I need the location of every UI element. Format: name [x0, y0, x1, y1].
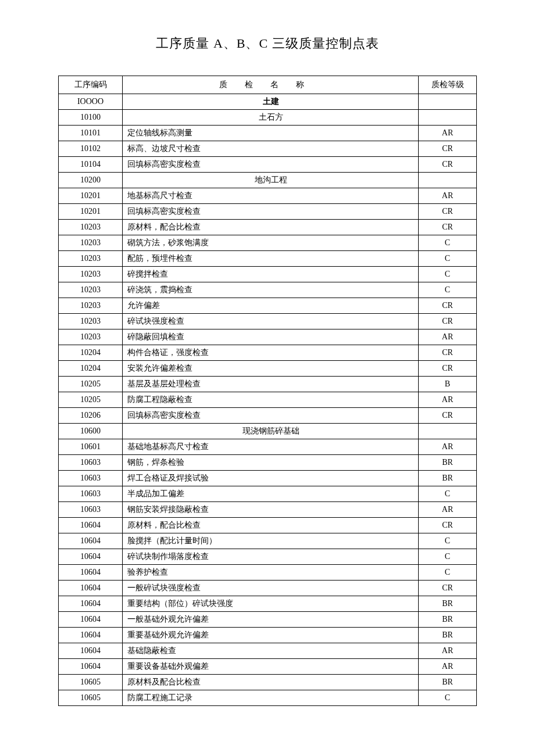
cell-grade: CR: [419, 581, 477, 596]
cell-name: 回填标高密实度检查: [123, 204, 419, 220]
cell-grade: AR: [419, 643, 477, 659]
table-row: 10604重要设备基础外观偏差AR: [59, 659, 477, 675]
cell-name: 定位轴线标高测量: [123, 126, 419, 141]
cell-code: 10100: [59, 110, 123, 126]
cell-code: 10603: [59, 455, 123, 471]
cell-grade: C: [419, 533, 477, 549]
cell-code: 10201: [59, 204, 123, 220]
cell-name: 原材料，配合比检查: [123, 220, 419, 235]
cell-grade: [419, 424, 477, 439]
cell-name: 原材料及配合比检查: [123, 675, 419, 690]
cell-grade: AR: [419, 188, 477, 204]
cell-grade: CR: [419, 345, 477, 361]
cell-code: 10205: [59, 392, 123, 408]
cell-name: 脸搅拌（配比计量时间）: [123, 533, 419, 549]
table-row: 10203碎隐蔽回填检查AR: [59, 329, 477, 345]
cell-code: 10601: [59, 439, 123, 455]
table-row: 10204安装允许偏差检查CR: [59, 361, 477, 377]
cell-name: 钢筋，焊条检验: [123, 455, 419, 471]
table-row: 10205防腐工程隐蔽检查AR: [59, 392, 477, 408]
table-row: 10104回填标高密实度检查CR: [59, 157, 477, 173]
cell-code: 10604: [59, 596, 123, 612]
cell-grade: CR: [419, 204, 477, 220]
cell-name: 基础隐蔽检查: [123, 643, 419, 659]
cell-name: 重要设备基础外观偏差: [123, 659, 419, 675]
cell-code: 10603: [59, 502, 123, 518]
cell-code: 10604: [59, 643, 123, 659]
cell-name: 配筋，预埋件检查: [123, 251, 419, 267]
header-grade: 质检等级: [419, 76, 477, 94]
cell-code: 10201: [59, 188, 123, 204]
quality-control-table: 工序编码 质检名称 质检等级 IOOOO土建10100土石方10101定位轴线标…: [58, 76, 477, 706]
cell-code: 10203: [59, 220, 123, 235]
cell-name: 土石方: [123, 110, 419, 126]
cell-grade: BR: [419, 596, 477, 612]
cell-code: IOOOO: [59, 94, 123, 110]
cell-grade: CR: [419, 314, 477, 329]
table-row: 10604原材料，配合比检查CR: [59, 518, 477, 533]
cell-code: 10203: [59, 314, 123, 329]
cell-grade: C: [419, 486, 477, 502]
cell-name: 基层及基层处理检查: [123, 377, 419, 392]
cell-name: 原材料，配合比检查: [123, 518, 419, 533]
cell-name: 一般碎试块强度检查: [123, 581, 419, 596]
table-row: IOOOO土建: [59, 94, 477, 110]
table-row: 10604重要结构（部位）碎试块强度BR: [59, 596, 477, 612]
table-row: 10604基础隐蔽检查AR: [59, 643, 477, 659]
cell-name: 钢筋安装焊接隐蔽检查: [123, 502, 419, 518]
cell-name: 碎搅拌检查: [123, 267, 419, 282]
cell-code: 10600: [59, 424, 123, 439]
table-row: 10603半成品加工偏差C: [59, 486, 477, 502]
table-row: 10203砌筑方法，砂浆饱满度C: [59, 235, 477, 251]
cell-grade: AR: [419, 502, 477, 518]
cell-grade: BR: [419, 455, 477, 471]
cell-grade: C: [419, 690, 477, 706]
cell-grade: C: [419, 549, 477, 565]
table-row: 10605原材料及配合比检查BR: [59, 675, 477, 690]
cell-code: 10203: [59, 235, 123, 251]
table-row: 10604碎试块制作塌落度检查C: [59, 549, 477, 565]
cell-grade: C: [419, 282, 477, 298]
table-row: 10203允许偏差CR: [59, 298, 477, 314]
cell-name: 地基标高尺寸检查: [123, 188, 419, 204]
cell-code: 10102: [59, 141, 123, 157]
cell-grade: CR: [419, 157, 477, 173]
cell-code: 10203: [59, 298, 123, 314]
table-row: 10102标高、边坡尺寸检查CR: [59, 141, 477, 157]
cell-grade: BR: [419, 612, 477, 628]
cell-code: 10205: [59, 377, 123, 392]
cell-grade: BR: [419, 675, 477, 690]
table-header-row: 工序编码 质检名称 质检等级: [59, 76, 477, 94]
cell-grade: CR: [419, 408, 477, 424]
cell-grade: C: [419, 267, 477, 282]
table-row: 10200地沟工程: [59, 173, 477, 188]
cell-name: 安装允许偏差检查: [123, 361, 419, 377]
cell-code: 10604: [59, 612, 123, 628]
table-row: 10201回填标高密实度检查CR: [59, 204, 477, 220]
table-row: 10206回填标高密实度检查CR: [59, 408, 477, 424]
table-row: 10600现浇钢筋碎基础: [59, 424, 477, 439]
cell-code: 10206: [59, 408, 123, 424]
cell-name: 重要基础外观允许偏差: [123, 628, 419, 643]
cell-name: 地沟工程: [123, 173, 419, 188]
table-row: 10603钢筋安装焊接隐蔽检查AR: [59, 502, 477, 518]
cell-grade: CR: [419, 298, 477, 314]
cell-code: 10604: [59, 659, 123, 675]
cell-grade: AR: [419, 439, 477, 455]
cell-code: 10203: [59, 251, 123, 267]
cell-grade: B: [419, 377, 477, 392]
table-row: 10203碎浇筑，震捣检查C: [59, 282, 477, 298]
table-row: 10203碎试块强度检查CR: [59, 314, 477, 329]
cell-name: 一般基础外观允许偏差: [123, 612, 419, 628]
cell-name: 允许偏差: [123, 298, 419, 314]
cell-code: 10604: [59, 518, 123, 533]
table-row: 10604脸搅拌（配比计量时间）C: [59, 533, 477, 549]
cell-code: 10604: [59, 549, 123, 565]
cell-code: 10203: [59, 282, 123, 298]
cell-code: 10603: [59, 486, 123, 502]
table-row: 10601基础地基标高尺寸检查AR: [59, 439, 477, 455]
cell-name: 回填标高密实度检查: [123, 157, 419, 173]
table-row: 10604一般基础外观允许偏差BR: [59, 612, 477, 628]
cell-name: 现浇钢筋碎基础: [123, 424, 419, 439]
cell-code: 10604: [59, 533, 123, 549]
